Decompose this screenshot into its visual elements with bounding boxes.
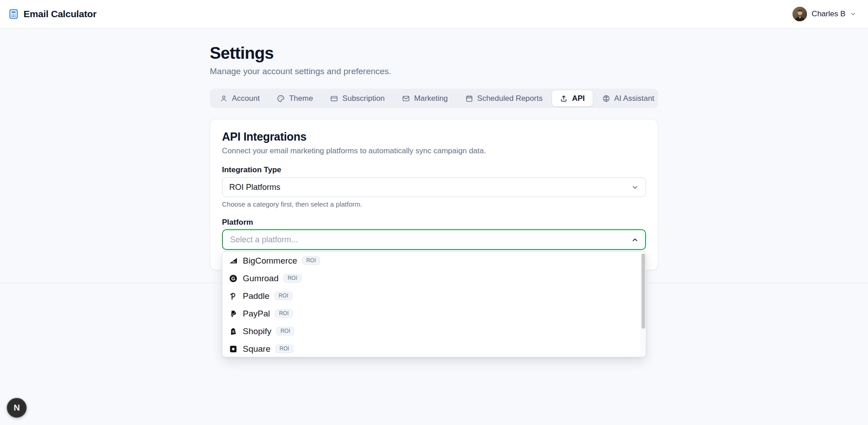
roi-badge: ROI bbox=[302, 256, 320, 265]
svg-text:S: S bbox=[232, 330, 235, 334]
platform-option-label: BigCommerce bbox=[243, 256, 297, 266]
integration-type-label: Integration Type bbox=[222, 165, 646, 175]
roi-badge: ROI bbox=[275, 309, 292, 318]
app-title: Email Calculator bbox=[24, 9, 96, 19]
card-subtitle: Connect your email marketing platforms t… bbox=[222, 146, 646, 156]
tab-label: Scheduled Reports bbox=[477, 94, 543, 103]
tab-scheduled-reports[interactable]: Scheduled Reports bbox=[458, 90, 551, 106]
calculator-icon bbox=[8, 9, 19, 19]
chevron-down-icon bbox=[631, 184, 639, 191]
dropdown-scrollbar-thumb[interactable] bbox=[642, 254, 645, 329]
page-title: Settings bbox=[210, 44, 658, 63]
user-menu[interactable]: Charles B bbox=[793, 7, 856, 21]
platform-option-label: Gumroad bbox=[243, 274, 278, 283]
platform-option-label: PayPal bbox=[243, 309, 270, 319]
platform-option-shopify[interactable]: S Shopify ROI bbox=[222, 322, 646, 340]
tab-label: Marketing bbox=[414, 94, 448, 103]
avatar bbox=[793, 7, 807, 21]
page-subtitle: Manage your account settings and prefere… bbox=[210, 66, 658, 76]
roi-badge: ROI bbox=[283, 274, 301, 283]
app-brand: Email Calculator bbox=[8, 9, 96, 19]
brain-icon bbox=[602, 94, 610, 103]
tab-label: Account bbox=[232, 94, 259, 103]
platform-option-square[interactable]: Square ROI bbox=[222, 340, 646, 357]
roi-badge: ROI bbox=[276, 327, 294, 335]
app-header: Email Calculator Charles B bbox=[0, 0, 868, 28]
paypal-icon bbox=[229, 309, 238, 318]
dev-indicator-button[interactable]: N bbox=[7, 398, 27, 418]
mail-icon bbox=[402, 94, 410, 103]
integration-type-helper: Choose a category first, then select a p… bbox=[222, 200, 646, 208]
integration-type-select[interactable]: ROI Platforms bbox=[222, 177, 646, 197]
api-integrations-card: API Integrations Connect your email mark… bbox=[210, 119, 658, 270]
bigcommerce-icon: BIG bbox=[229, 256, 238, 265]
card-title: API Integrations bbox=[222, 130, 646, 143]
svg-text:G: G bbox=[231, 275, 236, 281]
tab-api[interactable]: API bbox=[552, 90, 592, 106]
platform-combobox[interactable] bbox=[222, 229, 646, 250]
user-name: Charles B bbox=[811, 9, 845, 19]
tab-marketing[interactable]: Marketing bbox=[394, 90, 456, 106]
palette-icon bbox=[277, 94, 285, 103]
platform-option-paddle[interactable]: Paddle ROI bbox=[222, 287, 646, 305]
tab-label: Subscription bbox=[342, 94, 385, 103]
platform-label: Platform bbox=[222, 218, 646, 227]
platform-option-label: Paddle bbox=[243, 291, 269, 301]
gumroad-icon: G bbox=[229, 274, 238, 283]
settings-tabs: Account Theme Subscription Marketing Sch… bbox=[210, 89, 658, 108]
platform-search-input[interactable] bbox=[229, 235, 631, 245]
calendar-icon bbox=[465, 94, 473, 103]
tab-subscription[interactable]: Subscription bbox=[322, 90, 392, 106]
settings-page: Settings Manage your account settings an… bbox=[210, 44, 658, 270]
square-icon bbox=[229, 345, 238, 354]
platform-option-label: Square bbox=[243, 344, 270, 354]
platform-option-paypal[interactable]: PayPal ROI bbox=[222, 305, 646, 322]
chevron-down-icon bbox=[850, 11, 856, 17]
paddle-icon bbox=[229, 292, 238, 301]
tab-ai-assistant[interactable]: AI Assistant bbox=[594, 90, 662, 106]
tab-account[interactable]: Account bbox=[212, 90, 267, 106]
credit-card-icon bbox=[330, 94, 338, 103]
platform-option-list: BIG BigCommerce ROI G Gumroad ROI Paddle… bbox=[222, 252, 646, 357]
roi-badge: ROI bbox=[274, 292, 292, 300]
tab-label: API bbox=[572, 94, 585, 103]
tab-theme[interactable]: Theme bbox=[269, 90, 321, 106]
svg-text:BIG: BIG bbox=[232, 261, 236, 263]
user-icon bbox=[220, 94, 228, 103]
shopify-icon: S bbox=[229, 327, 238, 336]
roi-badge: ROI bbox=[275, 345, 293, 353]
chevron-up-icon bbox=[631, 236, 639, 244]
platform-option-gumroad[interactable]: G Gumroad ROI bbox=[222, 269, 646, 287]
tab-label: Theme bbox=[289, 94, 313, 103]
platform-option-bigcommerce[interactable]: BIG BigCommerce ROI bbox=[222, 252, 646, 269]
integration-type-value: ROI Platforms bbox=[229, 183, 280, 192]
platform-option-label: Shopify bbox=[243, 326, 271, 336]
tab-label: AI Assistant bbox=[614, 94, 655, 103]
upload-icon bbox=[560, 94, 568, 103]
platform-dropdown: BIG BigCommerce ROI G Gumroad ROI Paddle… bbox=[222, 251, 646, 357]
